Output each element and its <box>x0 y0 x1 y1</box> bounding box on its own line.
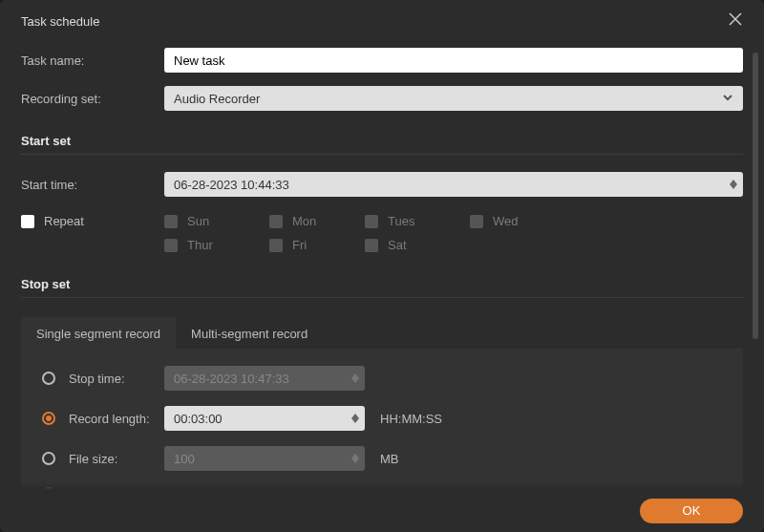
stop-time-row: Stop time: 06-28-2023 10:47:33 <box>42 366 722 391</box>
spinner-arrows-icon <box>351 414 359 423</box>
titlebar: Task schedule <box>0 0 764 40</box>
spinner-arrows-icon <box>730 180 737 189</box>
day-tues-label: Tues <box>388 214 414 228</box>
task-name-row: Task name: <box>21 48 743 73</box>
svg-marker-5 <box>351 378 359 383</box>
file-size-label: File size: <box>69 452 164 466</box>
stop-time-radio[interactable] <box>42 372 55 385</box>
recording-set-value: Audio Recorder <box>164 86 743 111</box>
start-time-value: 06-28-2023 10:44:33 <box>164 172 743 197</box>
file-size-row: File size: 100 MB <box>42 446 722 471</box>
dialog-footer: OK <box>0 489 764 532</box>
day-fri-label: Fri <box>292 238 307 252</box>
ok-button[interactable]: OK <box>640 499 743 523</box>
day-fri-checkbox[interactable] <box>269 239 283 252</box>
tab-multi-segment[interactable]: Multi-segment record <box>176 317 323 349</box>
svg-marker-7 <box>351 418 359 423</box>
record-length-radio[interactable] <box>42 412 55 425</box>
start-set-header: Start set <box>21 134 743 155</box>
stop-time-label: Stop time: <box>69 372 164 386</box>
day-thur-label: Thur <box>187 238 213 252</box>
file-size-input[interactable]: 100 <box>164 446 365 471</box>
day-wed-checkbox[interactable] <box>470 215 483 228</box>
day-mon-label: Mon <box>292 214 316 228</box>
task-name-label: Task name: <box>21 53 164 68</box>
repeat-label: Repeat <box>44 214 84 228</box>
stop-set-tabs: Single segment record Multi-segment reco… <box>21 317 743 349</box>
stop-set-header: Stop set <box>21 277 743 298</box>
days-grid: Sun Mon Tues Wed Thur Fri Sat <box>164 214 743 252</box>
record-length-row: Record length: 00:03:00 HH:MM:SS <box>42 406 722 431</box>
record-length-value: 00:03:00 <box>164 406 365 431</box>
close-button[interactable] <box>728 11 743 31</box>
day-sat-checkbox[interactable] <box>365 239 378 252</box>
close-icon <box>728 11 743 27</box>
task-name-input[interactable] <box>164 48 743 73</box>
day-mon-checkbox[interactable] <box>269 215 283 228</box>
tab-single-segment[interactable]: Single segment record <box>21 317 176 349</box>
stop-time-input[interactable]: 06-28-2023 10:47:33 <box>164 366 365 391</box>
dialog-content: Task name: Recording set: Audio Recorder… <box>0 40 764 489</box>
stop-time-value: 06-28-2023 10:47:33 <box>164 366 365 391</box>
file-size-radio[interactable] <box>42 452 55 465</box>
spinner-arrows-icon <box>351 454 359 463</box>
record-length-label: Record length: <box>69 412 164 426</box>
day-sat-label: Sat <box>388 238 407 252</box>
start-time-row: Start time: 06-28-2023 10:44:33 <box>21 172 743 197</box>
day-thur-checkbox[interactable] <box>164 239 178 252</box>
day-tues-checkbox[interactable] <box>365 215 378 228</box>
recording-set-label: Recording set: <box>21 92 164 106</box>
start-time-label: Start time: <box>21 178 164 192</box>
file-size-unit: MB <box>380 452 399 466</box>
recording-set-row: Recording set: Audio Recorder <box>21 86 743 111</box>
file-size-value: 100 <box>164 446 365 471</box>
record-length-input[interactable]: 00:03:00 <box>164 406 365 431</box>
scrollbar[interactable] <box>753 53 758 339</box>
repeat-checkbox[interactable] <box>21 215 34 228</box>
spinner-arrows-icon <box>351 373 359 383</box>
task-schedule-dialog: Task schedule Task name: Recording set: … <box>0 0 764 532</box>
record-length-unit: HH:MM:SS <box>380 412 442 426</box>
repeat-row: Repeat Sun Mon Tues Wed Thur Fri Sat <box>21 214 743 252</box>
recording-set-select[interactable]: Audio Recorder <box>164 86 743 111</box>
day-sun-checkbox[interactable] <box>164 215 178 228</box>
day-sun-label: Sun <box>187 214 209 228</box>
day-wed-label: Wed <box>493 214 519 228</box>
start-time-input[interactable]: 06-28-2023 10:44:33 <box>164 172 743 197</box>
dialog-title: Task schedule <box>21 14 99 29</box>
single-segment-panel: Stop time: 06-28-2023 10:47:33 Record le… <box>21 349 743 489</box>
svg-marker-9 <box>351 458 359 463</box>
svg-marker-3 <box>730 184 737 189</box>
